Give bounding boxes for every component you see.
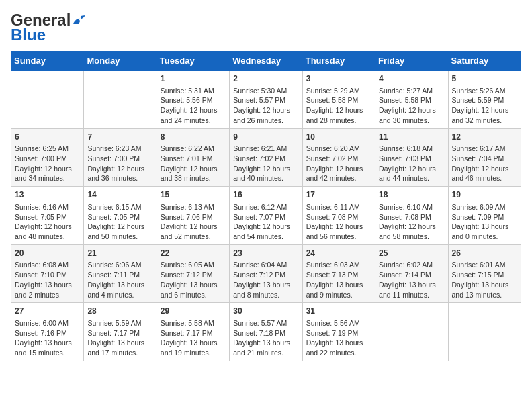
day-info: Daylight: 12 hours bbox=[15, 164, 80, 174]
day-info: Sunset: 7:14 PM bbox=[379, 270, 444, 280]
day-info: Sunrise: 6:22 AM bbox=[161, 144, 226, 154]
day-info: Sunrise: 6:13 AM bbox=[161, 202, 226, 212]
day-info: Daylight: 12 hours bbox=[306, 164, 371, 174]
day-info: and 50 minutes. bbox=[87, 232, 152, 242]
day-info: Sunset: 7:02 PM bbox=[306, 154, 371, 164]
day-info: and 44 minutes. bbox=[379, 173, 444, 183]
day-info: Daylight: 13 hours bbox=[452, 222, 517, 232]
day-info: Sunset: 7:17 PM bbox=[87, 328, 152, 338]
day-info: and 21 minutes. bbox=[233, 348, 298, 358]
day-info: Sunrise: 6:17 AM bbox=[452, 144, 517, 154]
calendar-cell: 12Sunrise: 6:17 AMSunset: 7:04 PMDayligh… bbox=[448, 128, 521, 187]
day-info: Sunset: 7:05 PM bbox=[87, 212, 152, 222]
day-info: Daylight: 13 hours bbox=[379, 280, 444, 290]
calendar-cell: 14Sunrise: 6:15 AMSunset: 7:05 PMDayligh… bbox=[84, 187, 157, 245]
day-number: 13 bbox=[15, 189, 80, 201]
day-info: Sunrise: 6:23 AM bbox=[87, 144, 152, 154]
day-info: and 58 minutes. bbox=[379, 232, 444, 242]
calendar-cell: 29Sunrise: 5:58 AMSunset: 7:17 PMDayligh… bbox=[157, 303, 229, 361]
day-info: Sunrise: 6:04 AM bbox=[233, 260, 298, 270]
day-info: Sunrise: 6:12 AM bbox=[233, 202, 298, 212]
day-info: Sunrise: 6:18 AM bbox=[379, 144, 444, 154]
calendar-week-5: 27Sunrise: 6:00 AMSunset: 7:16 PMDayligh… bbox=[11, 303, 521, 361]
day-info: Sunrise: 5:29 AM bbox=[306, 86, 371, 96]
day-info: and 40 minutes. bbox=[233, 173, 298, 183]
calendar-cell: 13Sunrise: 6:16 AMSunset: 7:05 PMDayligh… bbox=[11, 187, 84, 245]
day-info: Daylight: 13 hours bbox=[452, 280, 517, 290]
day-number: 25 bbox=[379, 248, 444, 259]
day-info: Sunrise: 6:10 AM bbox=[379, 202, 444, 212]
day-info: Daylight: 12 hours bbox=[379, 164, 444, 174]
day-info: and 34 minutes. bbox=[15, 173, 80, 183]
day-number: 31 bbox=[306, 306, 371, 317]
day-number: 12 bbox=[452, 132, 517, 143]
day-info: Sunset: 7:12 PM bbox=[161, 270, 226, 280]
day-info: Daylight: 12 hours bbox=[233, 105, 298, 116]
day-info: Sunset: 7:09 PM bbox=[452, 212, 517, 222]
calendar-cell: 6Sunrise: 6:25 AMSunset: 7:00 PMDaylight… bbox=[11, 128, 84, 187]
calendar-cell: 24Sunrise: 6:03 AMSunset: 7:13 PMDayligh… bbox=[302, 244, 375, 303]
calendar-cell bbox=[375, 303, 448, 361]
day-info: Sunrise: 6:05 AM bbox=[161, 260, 226, 270]
calendar-cell: 11Sunrise: 6:18 AMSunset: 7:03 PMDayligh… bbox=[375, 128, 448, 187]
day-info: Daylight: 13 hours bbox=[87, 280, 152, 290]
calendar-cell: 21Sunrise: 6:06 AMSunset: 7:11 PMDayligh… bbox=[84, 244, 157, 303]
day-number: 29 bbox=[161, 306, 226, 317]
day-number: 14 bbox=[87, 189, 152, 201]
day-number: 20 bbox=[15, 248, 80, 259]
day-info: and 13 minutes. bbox=[452, 290, 517, 300]
calendar-cell: 30Sunrise: 5:57 AMSunset: 7:18 PMDayligh… bbox=[230, 303, 302, 361]
day-info: Sunrise: 6:09 AM bbox=[452, 202, 517, 212]
day-number: 22 bbox=[161, 248, 226, 259]
day-info: Sunset: 7:12 PM bbox=[233, 270, 298, 280]
day-info: Sunset: 7:08 PM bbox=[379, 212, 444, 222]
calendar-cell: 15Sunrise: 6:13 AMSunset: 7:06 PMDayligh… bbox=[157, 187, 229, 245]
calendar-cell bbox=[448, 303, 521, 361]
day-info: and 46 minutes. bbox=[452, 173, 517, 183]
day-number: 28 bbox=[87, 306, 152, 317]
weekday-header-monday: Monday bbox=[84, 52, 157, 71]
calendar-cell: 20Sunrise: 6:08 AMSunset: 7:10 PMDayligh… bbox=[11, 244, 84, 303]
day-info: and 32 minutes. bbox=[452, 116, 517, 126]
day-info: Sunrise: 5:59 AM bbox=[87, 318, 152, 328]
day-info: Daylight: 12 hours bbox=[452, 164, 517, 174]
day-info: and 19 minutes. bbox=[161, 348, 226, 358]
calendar-cell: 9Sunrise: 6:21 AMSunset: 7:02 PMDaylight… bbox=[230, 128, 302, 187]
day-number: 17 bbox=[306, 189, 371, 201]
day-number: 21 bbox=[87, 248, 152, 259]
day-number: 19 bbox=[452, 189, 517, 201]
day-info: and 54 minutes. bbox=[233, 232, 298, 242]
day-info: Sunset: 7:08 PM bbox=[306, 212, 371, 222]
calendar-cell: 8Sunrise: 6:22 AMSunset: 7:01 PMDaylight… bbox=[157, 128, 229, 187]
day-info: and 56 minutes. bbox=[306, 232, 371, 242]
day-info: Daylight: 13 hours bbox=[87, 338, 152, 348]
day-number: 27 bbox=[15, 306, 80, 317]
calendar-cell: 16Sunrise: 6:12 AMSunset: 7:07 PMDayligh… bbox=[230, 187, 302, 245]
day-info: Sunset: 5:58 PM bbox=[306, 95, 371, 105]
day-info: Sunrise: 6:20 AM bbox=[306, 144, 371, 154]
day-info: Sunset: 7:05 PM bbox=[15, 212, 80, 222]
day-info: Daylight: 13 hours bbox=[15, 338, 80, 348]
day-info: and 38 minutes. bbox=[161, 173, 226, 183]
calendar-cell: 23Sunrise: 6:04 AMSunset: 7:12 PMDayligh… bbox=[230, 244, 302, 303]
day-info: Sunrise: 6:08 AM bbox=[15, 260, 80, 270]
day-number: 26 bbox=[452, 248, 517, 259]
day-info: Daylight: 13 hours bbox=[233, 338, 298, 348]
day-info: Daylight: 13 hours bbox=[306, 280, 371, 290]
day-info: Sunset: 7:10 PM bbox=[15, 270, 80, 280]
day-number: 24 bbox=[306, 248, 371, 259]
day-info: Sunrise: 6:15 AM bbox=[87, 202, 152, 212]
day-info: and 36 minutes. bbox=[87, 173, 152, 183]
day-number: 16 bbox=[233, 189, 298, 201]
day-number: 7 bbox=[87, 132, 152, 143]
calendar-cell: 27Sunrise: 6:00 AMSunset: 7:16 PMDayligh… bbox=[11, 303, 84, 361]
day-info: Daylight: 13 hours bbox=[306, 338, 371, 348]
day-info: Sunset: 7:00 PM bbox=[87, 154, 152, 164]
day-info: and 22 minutes. bbox=[306, 348, 371, 358]
day-info: Daylight: 13 hours bbox=[15, 280, 80, 290]
day-info: Sunset: 7:16 PM bbox=[15, 328, 80, 338]
header: General Blue bbox=[11, 11, 521, 44]
day-info: Daylight: 12 hours bbox=[233, 222, 298, 232]
day-number: 6 bbox=[15, 132, 80, 143]
weekday-header-tuesday: Tuesday bbox=[157, 52, 229, 71]
